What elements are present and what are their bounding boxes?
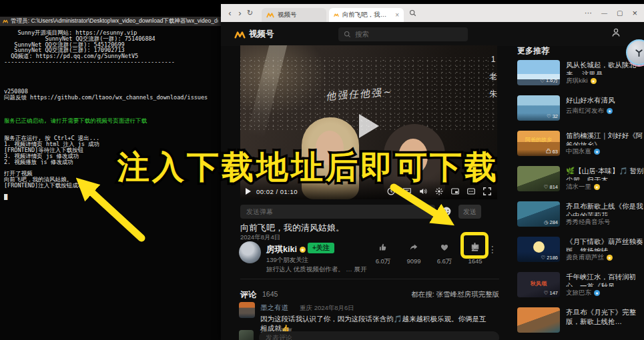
minimize-icon[interactable]: — [601,10,607,17]
video-thumbnail[interactable]: ◷284 [517,201,560,227]
site-logo[interactable]: 视频号 [234,29,274,40]
video-thumbnail[interactable]: 秋风颂 ♡147 [517,272,560,297]
maximize-icon[interactable]: ▢ [617,9,623,17]
tab-current-video[interactable]: 向前飞吧，我的清风姑娘。 × [329,8,404,22]
annotation-big-text: 注入下载地址后即可下载 [117,146,499,189]
video-thumbnail[interactable]: ♡32 [517,95,560,121]
video-thumbnail[interactable] [517,307,560,333]
tab-label: 视频号 [278,11,297,19]
recommended-item[interactable]: ♡2186 《月下情歌》葫芦丝独奏版，悠扬婉转… 龚良甫葫芦丝 ★ [517,237,644,262]
recommended-item[interactable]: ◷284 齐旦布新歌上线《你是我心中的茉莉花… 秀秀经典音乐号 [517,201,644,227]
thumbs-icon: 凸 [546,148,551,155]
heart-icon: ♡ [544,184,549,190]
profile-icon[interactable] [611,27,621,41]
recommended-item[interactable]: ♡1.6万 风从长城起，歌从陕北来。 这里是——… 房琪kiki ★ [517,60,644,85]
author-avatar[interactable] [239,241,261,263]
play-overlay-icon[interactable] [359,114,379,138]
danmaku-placeholder: 发送弹幕 [246,207,273,217]
video-title: 向前飞吧，我的清风姑娘。 [240,222,344,234]
comment-meta: 重庆 2024年8月6日 [300,304,354,313]
follow-button[interactable]: +关注 [308,243,334,253]
verified-badge-icon: ★ [607,108,613,114]
stat[interactable]: 9099 [404,243,424,266]
recommended-author: 中国永嘉 ★ [566,147,644,156]
video-thumbnail[interactable]: 阿爸的故乡 凸63 [517,131,560,156]
channels-logo-icon [234,31,246,39]
author-bio[interactable]: 旅行达人 优质视频创作者。 … 展开 [266,265,366,274]
close-icon[interactable]: × [632,8,637,18]
recommended-author: 清水一里 ★ [566,183,644,191]
verified-badge-icon: ★ [591,78,597,84]
site-logo-text: 视频号 [249,29,274,40]
terminal-title: 管理员: C:\Users\Administrator\Desktop\wx_v… [11,17,218,25]
back-icon[interactable]: ‹ [225,8,235,18]
emoji-icon[interactable] [441,206,452,219]
thumb-count: ♡2186 [541,255,558,261]
download-highlight-box [460,232,489,259]
recommended-item[interactable]: ♡32 好山好水有清风 云南红河发布 ★ [517,95,644,121]
recommended-author: 龚良甫葫芦丝 ★ [566,253,644,262]
stat[interactable]: 6.0万 [373,243,393,266]
search-icon [344,31,351,38]
author-name[interactable]: 房琪kiki ★ [266,244,306,255]
play-icon[interactable] [246,188,251,195]
thumb-count: ♡1.6万 [540,77,558,84]
recommended-item[interactable]: ♡814 🌿【山居·本味】🎵 暂别尘嚣，归于本… 清水一里 ★ [517,166,644,191]
stat[interactable]: 6.6万 [434,243,454,266]
terminal-titlebar[interactable]: 管理员: C:\Users\Administrator\Desktop\wx_v… [0,17,221,26]
heart-icon: ♡ [544,290,549,296]
browser-chrome: ‹ › ↻ 视频号 向前飞吧，我的清风姑娘。 × ⋯ — ▢ × [221,4,644,22]
video-date: 2024年8月4日 [240,233,280,242]
comment-author[interactable]: 墨之有道 [260,303,288,313]
recommended-title: 千年峡江水，百转润初心。一首《秋风… [566,272,644,287]
recommended-item[interactable]: 秋风颂 ♡147 千年峡江水，百转润初心。一首《秋风… 文旅巴东 ★ [517,272,644,297]
video-thumbnail[interactable]: ♡1.6万 [517,60,560,85]
extension-logo-icon [634,47,644,57]
recommended-item[interactable]: 阿爸的故乡 凸63 笛韵楠溪江｜刘好好《阿爸的故乡》… 中国永嘉 ★ [517,131,644,156]
sidebar-title: 更多推荐 [517,45,549,57]
search-input[interactable]: 搜索 [338,27,468,41]
hot-search-link[interactable]: 都在搜: 张雪峰怼房琪完整版 [221,290,499,299]
comment-avatar[interactable] [239,302,255,318]
comment-input[interactable]: 发表评论 [259,331,499,340]
recommended-title: 齐旦布新歌上线《你是我心中的茉莉花… [566,201,644,216]
author-name-text: 房琪kiki [266,244,297,255]
thumb-count: ♡814 [544,184,558,190]
tab-channels-home[interactable]: 视频号 [262,8,326,22]
recommended-title: 🌿【山居·本味】🎵 暂别尘嚣，归于本… [566,166,644,181]
comment-text: 因为这段话我认识了你，因为这段话张含韵🎵越来越积极乐观。你俩是互相成就👍 [260,315,491,333]
channels-favicon [266,12,274,18]
recommended-title: 齐旦布《月光下》完整版，新歌上线抢… [566,307,644,326]
site-header: 视频号 搜索 [221,22,644,46]
follow-label: +关注 [312,243,330,253]
thumb-count: ◷284 [544,219,558,225]
divider [240,279,499,279]
playback-time: 00:02 / 01:10 [256,188,298,195]
refresh-icon[interactable]: ↻ [245,9,255,17]
tab-close-icon[interactable]: × [395,11,399,19]
sunny-app-icon [3,19,8,24]
heart-icon [440,243,449,255]
video-side-caption: 1 老 朱 [489,51,497,103]
more-options-icon[interactable]: ⋮ [488,244,497,255]
danmaku-input[interactable]: 发送弹幕 [240,205,435,219]
recommended-list: ♡1.6万 风从长城起，歌从陕北来。 这里是——… 房琪kiki ★ ♡32 好… [517,60,644,333]
heart-icon: ♡ [547,113,551,119]
like-icon [378,243,388,255]
recommended-title: 《月下情歌》葫芦丝独奏版，悠扬婉转… [566,237,644,251]
recommended-author: 文旅巴东 ★ [566,289,644,297]
menu-icon[interactable]: ⋯ [585,9,592,17]
thumb-count: ♡32 [547,113,558,119]
video-thumbnail[interactable]: ♡2186 [517,237,560,262]
thumb-count: ♡147 [544,290,558,296]
forward-icon[interactable]: › [235,8,245,18]
recommended-title: 笛韵楠溪江｜刘好好《阿爸的故乡》… [566,131,644,145]
send-danmaku-button[interactable]: 发送 [458,205,481,219]
heart-icon: ♡ [540,78,545,84]
recommended-author: 房琪kiki ★ [566,77,644,85]
tab-search-icon[interactable] [409,7,416,19]
recommended-item[interactable]: 齐旦布《月光下》完整版，新歌上线抢… [517,307,644,333]
thumb-count: 凸63 [546,148,558,155]
clock-icon: ◷ [544,219,549,225]
video-thumbnail[interactable]: ♡814 [517,166,560,191]
